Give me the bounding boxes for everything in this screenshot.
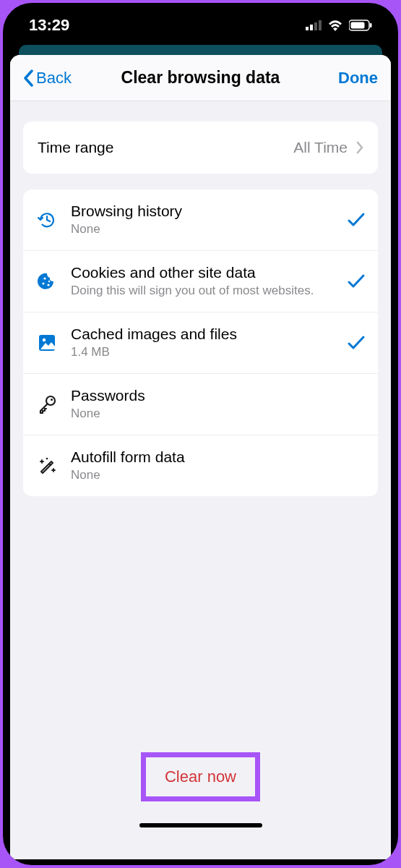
- content: Time range All Time Browsing history Non…: [10, 101, 391, 496]
- option-subtitle: None: [71, 221, 335, 237]
- option-text: Browsing history None: [71, 203, 335, 237]
- cellular-icon: [306, 20, 322, 30]
- status-bar: 13:29: [3, 3, 398, 45]
- svg-rect-1: [310, 25, 313, 30]
- options-list: Browsing history None Cookies and other …: [23, 190, 378, 496]
- svg-rect-0: [306, 27, 309, 30]
- chevron-left-icon: [23, 69, 33, 87]
- cookie-icon: [35, 269, 59, 294]
- done-button[interactable]: Done: [289, 69, 378, 88]
- footer: Clear now: [10, 736, 391, 859]
- option-browsing-history[interactable]: Browsing history None: [23, 190, 378, 251]
- option-title: Passwords: [71, 387, 335, 404]
- svg-point-15: [46, 458, 48, 460]
- time-range-value: All Time: [293, 139, 363, 156]
- option-text: Cookies and other site data Doing this w…: [71, 264, 335, 299]
- checkmark-icon: [346, 273, 366, 289]
- home-indicator[interactable]: [139, 823, 262, 827]
- background-card: [19, 45, 382, 55]
- checkmark-icon: [346, 212, 366, 228]
- clear-now-button[interactable]: Clear now: [165, 767, 236, 786]
- time-range-value-text: All Time: [293, 139, 348, 156]
- key-icon: [35, 392, 59, 417]
- checkmark-icon: [346, 335, 366, 351]
- option-subtitle: 1.4 MB: [71, 344, 335, 360]
- chevron-right-icon: [356, 141, 363, 154]
- time-range-label: Time range: [38, 139, 113, 156]
- svg-point-12: [43, 339, 46, 341]
- status-time: 13:29: [29, 16, 69, 35]
- option-subtitle: None: [71, 467, 335, 483]
- svg-point-9: [47, 284, 49, 286]
- option-cookies[interactable]: Cookies and other site data Doing this w…: [23, 251, 378, 312]
- page-title: Clear browsing data: [112, 68, 290, 88]
- svg-point-14: [51, 399, 53, 401]
- battery-icon: [349, 20, 372, 31]
- settings-sheet: Back Clear browsing data Done Time range…: [10, 55, 391, 859]
- wand-icon: [35, 454, 59, 478]
- wifi-icon: [327, 20, 343, 31]
- option-subtitle: None: [71, 406, 335, 422]
- back-button[interactable]: Back: [23, 69, 112, 88]
- svg-point-7: [43, 278, 46, 280]
- option-title: Cached images and files: [71, 326, 335, 343]
- option-title: Browsing history: [71, 203, 335, 220]
- option-text: Cached images and files 1.4 MB: [71, 326, 335, 360]
- svg-point-10: [48, 281, 50, 282]
- option-subtitle: Doing this will sign you out of most web…: [71, 283, 335, 299]
- back-label: Back: [36, 69, 72, 88]
- option-text: Autofill form data None: [71, 448, 335, 483]
- option-passwords[interactable]: Passwords None: [23, 374, 378, 435]
- option-title: Cookies and other site data: [71, 264, 335, 281]
- nav-bar: Back Clear browsing data Done: [10, 55, 391, 101]
- svg-rect-6: [370, 23, 372, 27]
- history-icon: [35, 208, 59, 232]
- svg-rect-3: [319, 20, 322, 30]
- option-title: Autofill form data: [71, 448, 335, 466]
- time-range-row[interactable]: Time range All Time: [23, 122, 378, 174]
- clear-now-highlight: Clear now: [141, 752, 260, 801]
- option-autofill[interactable]: Autofill form data None: [23, 435, 378, 496]
- image-icon: [35, 331, 59, 355]
- svg-point-8: [42, 283, 44, 285]
- svg-rect-2: [314, 22, 317, 30]
- option-cached[interactable]: Cached images and files 1.4 MB: [23, 312, 378, 374]
- phone-frame: 13:29 Back Clear browsing data Done Time…: [3, 3, 398, 865]
- status-icons: [306, 20, 372, 31]
- option-text: Passwords None: [71, 387, 335, 422]
- svg-rect-5: [351, 22, 365, 29]
